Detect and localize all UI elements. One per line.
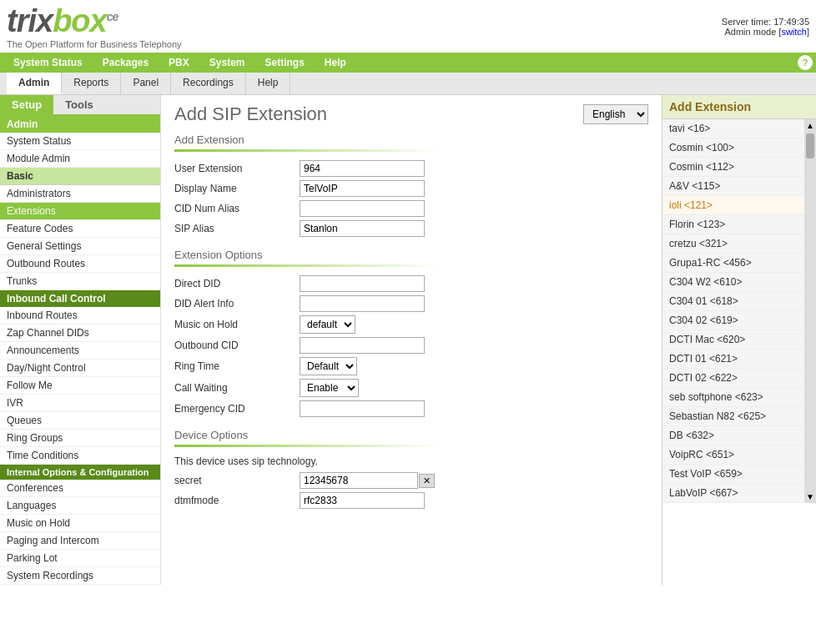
sidebar-section-basic: Basic xyxy=(0,168,160,185)
ext-item-c304w2-610[interactable]: C304 W2 <610> xyxy=(662,273,804,292)
device-options-desc: This device uses sip technology. xyxy=(174,455,648,467)
subnav-admin[interactable]: Admin xyxy=(7,73,62,94)
content-area: Add SIP Extension English French Spanish… xyxy=(161,95,662,585)
sidebar: Setup Tools Admin System Status Module A… xyxy=(0,95,161,585)
tab-setup[interactable]: Setup xyxy=(0,95,53,114)
sidebar-item-module-admin[interactable]: Module Admin xyxy=(0,150,160,168)
subnav-recordings[interactable]: Recordings xyxy=(171,73,246,94)
ext-item-av-115[interactable]: A&V <115> xyxy=(662,177,804,196)
ext-item-cretzu-321[interactable]: cretzu <321> xyxy=(662,234,804,254)
call-waiting-select[interactable]: Enable Disable xyxy=(300,379,359,397)
sidebar-item-administrators[interactable]: Administrators xyxy=(0,185,160,203)
scroll-up-button[interactable]: ▲ xyxy=(804,119,816,132)
did-alert-info-input[interactable] xyxy=(300,295,425,312)
sidebar-item-inbound-routes[interactable]: Inbound Routes xyxy=(0,307,160,325)
outbound-cid-label: Outbound CID xyxy=(174,340,300,351)
server-info: Server time: 17:49:35 Admin mode [switch… xyxy=(722,17,809,37)
sidebar-item-general-settings[interactable]: General Settings xyxy=(0,238,160,255)
outbound-cid-input[interactable] xyxy=(300,337,425,354)
nav-packages[interactable]: Packages xyxy=(93,53,159,73)
page-title-bar: Add SIP Extension English French Spanish… xyxy=(174,103,648,125)
ext-item-c30402-619[interactable]: C304 02 <619> xyxy=(662,311,804,330)
admin-mode: Admin mode [switch] xyxy=(722,27,809,37)
sidebar-item-queues[interactable]: Queues xyxy=(0,412,160,430)
ext-item-dcti-mac-620[interactable]: DCTI Mac <620> xyxy=(662,330,804,350)
user-extension-input[interactable] xyxy=(300,160,425,177)
sidebar-item-follow-me[interactable]: Follow Me xyxy=(0,377,160,395)
sip-alias-input[interactable] xyxy=(300,220,425,237)
secret-input[interactable] xyxy=(300,472,418,489)
sidebar-item-day-night-control[interactable]: Day/Night Control xyxy=(0,360,160,377)
help-icon[interactable]: ? xyxy=(798,55,813,70)
sidebar-item-trunks[interactable]: Trunks xyxy=(0,273,160,290)
header: trixboxce The Open Platform for Business… xyxy=(0,0,816,53)
ext-item-tavi-16[interactable]: tavi <16> xyxy=(662,119,804,138)
emergency-cid-input[interactable] xyxy=(300,400,425,417)
ext-item-seb-623[interactable]: seb softphone <623> xyxy=(662,388,804,407)
subnav-help[interactable]: Help xyxy=(246,73,291,94)
did-alert-info-label: DID Alert Info xyxy=(174,298,300,309)
secret-clear-button[interactable]: ✕ xyxy=(419,474,435,488)
ext-item-florin-123[interactable]: Florin <123> xyxy=(662,215,804,234)
add-extension-label: Add Extension xyxy=(174,133,648,146)
sidebar-item-conferences[interactable]: Conferences xyxy=(0,480,160,497)
sidebar-item-parking-lot[interactable]: Parking Lot xyxy=(0,550,160,567)
sidebar-item-languages[interactable]: Languages xyxy=(0,497,160,515)
cid-num-alias-input[interactable] xyxy=(300,200,425,217)
scrollbar[interactable]: ▲ ▼ xyxy=(804,119,816,503)
switch-link[interactable]: switch xyxy=(781,27,807,37)
sidebar-item-zap-channel-dids[interactable]: Zap Channel DIDs xyxy=(0,325,160,342)
ext-item-ioli-121[interactable]: ioli <121> xyxy=(662,196,804,215)
scroll-down-button[interactable]: ▼ xyxy=(804,491,816,503)
extension-options-label: Extension Options xyxy=(174,249,648,261)
cid-num-alias-label: CID Num Alias xyxy=(174,203,300,214)
ext-item-labvoip-667[interactable]: LabVoIP <667> xyxy=(662,484,804,503)
sidebar-item-extensions[interactable]: Extensions xyxy=(0,203,160,220)
ext-item-db-632[interactable]: DB <632> xyxy=(662,426,804,445)
sidebar-item-announcements[interactable]: Announcements xyxy=(0,342,160,360)
sidebar-item-system-status[interactable]: System Status xyxy=(0,133,160,150)
user-extension-row: User Extension xyxy=(174,160,648,177)
sidebar-item-ring-groups[interactable]: Ring Groups xyxy=(0,430,160,447)
sidebar-item-system-recordings[interactable]: System Recordings xyxy=(0,567,160,585)
ext-item-cosmin-100[interactable]: Cosmin <100> xyxy=(662,138,804,158)
scroll-thumb[interactable] xyxy=(806,133,814,158)
ext-item-sebastian-625[interactable]: Sebastian N82 <625> xyxy=(662,407,804,426)
nav-pbx[interactable]: PBX xyxy=(159,53,199,73)
music-on-hold-select[interactable]: default xyxy=(300,315,355,334)
ext-item-dcti02-622[interactable]: DCTI 02 <622> xyxy=(662,369,804,388)
language-select[interactable]: English French Spanish German xyxy=(583,104,648,124)
ext-item-testvoip-659[interactable]: Test VoIP <659> xyxy=(662,465,804,484)
nav-help[interactable]: Help xyxy=(315,53,356,73)
ext-item-voiprc-651[interactable]: VoipRC <651> xyxy=(662,445,804,465)
extension-options-divider xyxy=(174,264,441,267)
sidebar-item-feature-codes[interactable]: Feature Codes xyxy=(0,220,160,238)
sidebar-item-outbound-routes[interactable]: Outbound Routes xyxy=(0,255,160,273)
sidebar-item-paging-intercom[interactable]: Paging and Intercom xyxy=(0,532,160,550)
sidebar-section-internal-options: Internal Options & Configuration xyxy=(0,465,160,480)
display-name-row: Display Name xyxy=(174,180,648,197)
ring-time-select[interactable]: Default xyxy=(300,357,357,375)
sidebar-item-music-on-hold[interactable]: Music on Hold xyxy=(0,515,160,532)
direct-did-input[interactable] xyxy=(300,275,425,292)
sidebar-section-admin: Admin xyxy=(0,116,160,133)
ext-item-cosmin-112[interactable]: Cosmin <112> xyxy=(662,158,804,177)
ext-item-dcti01-621[interactable]: DCTI 01 <621> xyxy=(662,350,804,369)
display-name-input[interactable] xyxy=(300,180,425,197)
logo-area: trixboxce The Open Platform for Business… xyxy=(7,3,182,49)
dtmfmode-input[interactable] xyxy=(300,492,425,509)
nav-system[interactable]: System xyxy=(199,53,255,73)
ext-item-c30401-618[interactable]: C304 01 <618> xyxy=(662,292,804,311)
subnav-panel[interactable]: Panel xyxy=(121,73,171,94)
tab-tools[interactable]: Tools xyxy=(53,95,105,114)
sidebar-item-ivr[interactable]: IVR xyxy=(0,395,160,412)
ext-item-grupa1-456[interactable]: Grupa1-RC <456> xyxy=(662,254,804,273)
subnav-reports[interactable]: Reports xyxy=(62,73,121,94)
secret-label: secret xyxy=(174,475,300,486)
dtmfmode-row: dtmfmode xyxy=(174,492,648,509)
nav-settings[interactable]: Settings xyxy=(254,53,314,73)
page-title: Add SIP Extension xyxy=(174,103,327,125)
nav-system-status[interactable]: System Status xyxy=(3,53,93,73)
cid-num-alias-row: CID Num Alias xyxy=(174,200,648,217)
sidebar-item-time-conditions[interactable]: Time Conditions xyxy=(0,447,160,465)
